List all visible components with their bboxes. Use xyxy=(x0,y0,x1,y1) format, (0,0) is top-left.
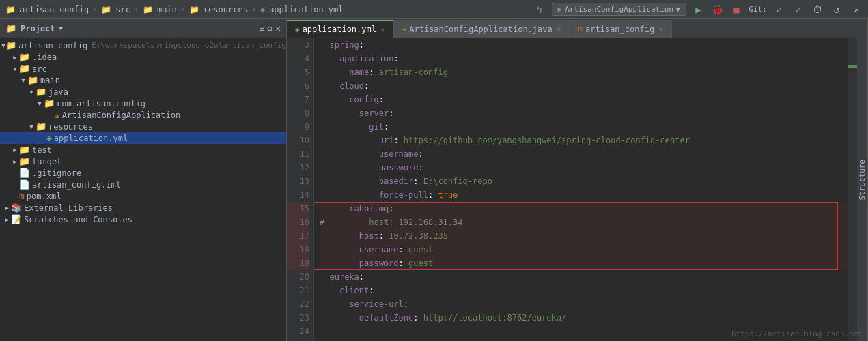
code-line-16: # host: 192.168.31.34 xyxy=(320,216,848,229)
breadcrumb-sep3: › xyxy=(181,5,185,13)
pom-icon: m xyxy=(19,191,25,201)
root-path: E:\workspace\springcloud-o2o\artisan_con… xyxy=(92,41,286,50)
gitignore-label: .gitignore xyxy=(32,168,81,178)
code-line-13: basedir: E:\config-repo xyxy=(320,175,848,188)
tree-app-class[interactable]: ▶ ☕ ArtisanConfigApplication xyxy=(0,109,286,121)
editor-tabs: ◈ application.yml × ☕ ArtisanConfigAppli… xyxy=(287,19,857,38)
src-folder-icon: 📁 xyxy=(19,63,30,74)
tree-com[interactable]: ▼ 📁 com.artisan.config xyxy=(0,98,286,109)
scratches-label: Scratches and Consoles xyxy=(24,215,132,224)
git-clock-icon[interactable]: ⏱ xyxy=(811,3,824,16)
target-folder-icon: 📁 xyxy=(19,156,30,166)
run-config-dropdown[interactable]: ▶ ArtisanConfigApplication ▼ xyxy=(552,3,686,16)
tree-gitignore[interactable]: ▶ 📄 .gitignore xyxy=(0,167,286,179)
root-folder-icon: 📁 xyxy=(5,40,16,50)
structure-tab-label: Structure xyxy=(858,160,867,201)
project-panel: 📁 Project ▼ ≡ ⚙ × ▼ 📁 artisan_config E:\… xyxy=(0,19,287,341)
tree-src[interactable]: ▼ 📁 src xyxy=(0,63,286,74)
tab-iml[interactable]: m artisan_config × xyxy=(570,20,671,38)
app-java-icon: ☕ xyxy=(55,110,60,120)
tab-java-close[interactable]: × xyxy=(557,25,561,33)
tab-java-icon: ☕ xyxy=(402,25,407,33)
code-content[interactable]: spring: application: name: artisan-confi… xyxy=(314,38,848,341)
panel-title: Project xyxy=(20,24,55,33)
project-icon: 📁 xyxy=(5,5,16,14)
code-line-8: server: xyxy=(320,106,848,120)
tree-pom[interactable]: ▶ m pom.xml xyxy=(0,190,286,202)
tree-iml[interactable]: ▶ 📄 artisan_config.iml xyxy=(0,179,286,190)
git-check1-icon[interactable]: ✓ xyxy=(772,3,786,16)
tree-scratches[interactable]: ▶ 📝 Scratches and Consoles xyxy=(0,213,286,225)
panel-folder-icon: 📁 xyxy=(5,23,16,33)
extlibs-arrow-icon: ▶ xyxy=(3,204,11,212)
com-label: com.artisan.config xyxy=(57,99,145,108)
tree-target[interactable]: ▶ 📁 target xyxy=(0,155,286,167)
tree-root[interactable]: ▼ 📁 artisan_config E:\workspace\springcl… xyxy=(0,40,286,51)
code-line-12: password: xyxy=(320,161,848,175)
tab-iml-label: artisan_config xyxy=(585,25,654,34)
breadcrumb-sep4: › xyxy=(252,5,256,13)
panel-gear-icon[interactable]: ⚙ xyxy=(267,23,272,33)
tree-java[interactable]: ▼ 📁 java xyxy=(0,86,286,98)
main-arrow-icon: ▼ xyxy=(19,76,27,85)
tab-yml-close[interactable]: × xyxy=(380,25,385,34)
editor-scrollbar[interactable] xyxy=(848,38,857,341)
run-btn[interactable]: ▶ xyxy=(692,3,705,16)
panel-collapse-icon[interactable]: ≡ xyxy=(260,23,265,33)
stop-btn[interactable]: ■ xyxy=(730,3,744,16)
file-icon: ◈ xyxy=(260,5,265,14)
code-line-22: service-url: xyxy=(320,297,848,311)
main-label[interactable]: main xyxy=(157,5,177,14)
yml-file-icon: ◈ xyxy=(46,133,52,143)
tree-resources[interactable]: ▼ 📁 resources xyxy=(0,121,286,132)
watermark: https://artisan.blog.csdn.net xyxy=(731,329,863,338)
code-line-25: #actuator 启用所有的监控端点 "*"号代表启用所有的监控端点，可以单独 xyxy=(320,338,848,341)
tree-appyml[interactable]: ▶ ◈ application.yml xyxy=(0,132,286,144)
tab-appyml[interactable]: ◈ application.yml × xyxy=(287,20,394,38)
code-line-6: cloud: xyxy=(320,79,848,93)
tree-extlibs[interactable]: ▶ 📚 External Libraries xyxy=(0,202,286,213)
tab-java[interactable]: ☕ ArtisanConfigApplication.java × xyxy=(394,20,570,38)
toolbar-right: ↰ ▶ ArtisanConfigApplication ▼ ▶ 🐞 ■ Git… xyxy=(533,3,863,16)
dropdown-chevron-icon: ▼ xyxy=(676,6,680,13)
iml-icon: 📄 xyxy=(19,179,30,190)
tree-test[interactable]: ▶ 📁 test xyxy=(0,144,286,155)
structure-tab[interactable]: Structure xyxy=(857,19,868,341)
pom-label: pom.xml xyxy=(27,192,61,201)
breadcrumb-sep2: › xyxy=(135,5,139,13)
panel-dropdown-icon[interactable]: ▼ xyxy=(59,25,63,32)
debug-btn[interactable]: 🐞 xyxy=(711,3,725,16)
code-line-21: client: xyxy=(320,284,848,297)
tab-iml-close[interactable]: × xyxy=(658,25,663,33)
panel-header-icons: ≡ ⚙ × xyxy=(260,23,281,33)
resources-tree-label: resources xyxy=(48,122,93,132)
test-arrow-icon: ▶ xyxy=(11,146,19,154)
run-config-icon: ▶ xyxy=(558,5,563,14)
main-tree-label: main xyxy=(40,76,60,85)
rabbitmq-block: rabbitmq: # host: 192.168.31.34 host: 10… xyxy=(320,202,848,270)
src-icon: 📁 xyxy=(101,5,111,14)
git-undo-icon[interactable]: ↺ xyxy=(830,3,843,16)
src-label[interactable]: src xyxy=(115,5,130,14)
git-push-icon[interactable]: ↗ xyxy=(849,3,863,16)
panel-close-icon[interactable]: × xyxy=(275,23,281,33)
back-btn[interactable]: ↰ xyxy=(533,3,546,16)
resources-label[interactable]: resources xyxy=(204,5,248,14)
project-name[interactable]: artisan_config xyxy=(20,5,89,14)
file-label[interactable]: application.yml xyxy=(269,5,343,14)
git-label: Git: xyxy=(749,5,768,14)
code-line-3: spring: xyxy=(320,38,848,52)
code-line-18: username: guest xyxy=(320,243,848,256)
tree-idea[interactable]: ▶ 📁 .idea xyxy=(0,51,286,63)
tab-java-label: ArtisanConfigApplication.java xyxy=(409,25,552,34)
scratches-arrow-icon: ▶ xyxy=(3,216,11,224)
tab-iml-icon: m xyxy=(578,25,583,33)
test-label: test xyxy=(32,145,52,155)
code-line-23: defaultZone: http://localhost:8762/eurek… xyxy=(320,311,848,325)
code-editor[interactable]: 3 4 5 6 7 8 9 10 11 12 13 14 15 16 17 18… xyxy=(287,38,857,341)
java-tree-label: java xyxy=(48,87,68,97)
java-folder-icon: 📁 xyxy=(36,87,46,97)
tree-main[interactable]: ▼ 📁 main xyxy=(0,74,286,86)
git-check2-icon[interactable]: ✓ xyxy=(792,3,805,16)
tab-yml-icon: ◈ xyxy=(295,25,300,34)
